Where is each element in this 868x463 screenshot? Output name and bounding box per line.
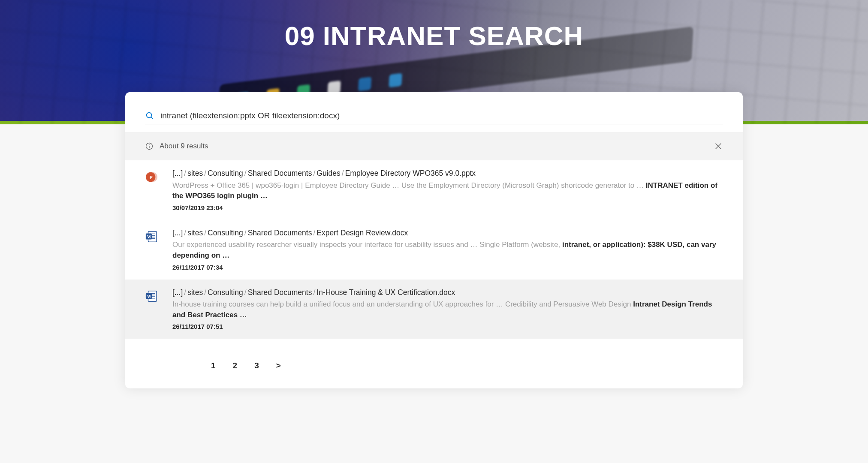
result-timestamp: 26/11/2017 07:51 [172,323,723,330]
result-snippet: WordPress + Office 365 | wpo365-login | … [172,180,723,201]
page-next[interactable]: > [276,361,281,370]
pagination: 123> [125,339,743,373]
result-filename[interactable]: Employee Directory WPO365 v9.0.pptx [345,169,476,177]
breadcrumb-segment[interactable]: sites [187,288,203,297]
powerpoint-icon: P [145,170,158,184]
search-result[interactable]: W [...]/sites/Consulting/Shared Document… [125,280,743,339]
result-timestamp: 30/07/2019 23:04 [172,204,723,211]
svg-text:W: W [147,294,152,298]
svg-line-1 [151,117,153,119]
breadcrumb: [...]/sites/Consulting/Shared Documents/… [172,228,723,238]
svg-point-4 [149,144,149,145]
info-icon [145,142,154,150]
breadcrumb-separator: / [183,288,187,297]
svg-text:P: P [149,174,153,180]
breadcrumb-separator: / [312,288,316,297]
breadcrumb-separator: / [183,169,187,177]
breadcrumb-segment[interactable]: Consulting [208,288,243,297]
breadcrumb-separator: / [183,228,187,237]
breadcrumb-segment[interactable]: Shared Documents [248,228,312,237]
breadcrumb-segment[interactable]: [...] [172,228,183,237]
breadcrumb-segment[interactable]: Shared Documents [248,288,312,297]
breadcrumb-separator: / [341,169,345,177]
result-snippet: Our experienced usability researcher vis… [172,240,723,261]
breadcrumb-separator: / [312,228,316,237]
breadcrumb-segment[interactable]: sites [187,169,203,177]
search-input[interactable] [160,109,723,122]
result-snippet: In-house training courses can help build… [172,299,723,320]
breadcrumb-segment[interactable]: Shared Documents [248,169,312,177]
word-icon: W [145,229,158,244]
page-number[interactable]: 3 [254,361,259,370]
search-card: About 9 results P [...]/sites/Consulting… [125,92,743,388]
result-filename[interactable]: Expert Design Review.docx [316,228,408,237]
page-number[interactable]: 2 [233,361,238,370]
page-title: 09 INTRANET SEARCH [0,0,868,51]
breadcrumb-separator: / [203,169,208,177]
results-summary-bar: About 9 results [125,132,743,160]
breadcrumb: [...]/sites/Consulting/Shared Documents/… [172,168,723,179]
breadcrumb-separator: / [203,228,208,237]
result-timestamp: 26/11/2017 07:34 [172,264,723,271]
svg-point-0 [147,113,152,118]
svg-text:W: W [147,235,152,239]
breadcrumb-separator: / [203,288,208,297]
result-filename[interactable]: In-House Training & UX Certification.doc… [316,288,455,297]
breadcrumb-segment[interactable]: [...] [172,288,183,297]
results-count-text: About 9 results [160,142,208,150]
search-row [145,109,723,124]
breadcrumb-segment[interactable]: [...] [172,169,183,177]
breadcrumb-segment[interactable]: Consulting [208,228,243,237]
close-icon[interactable] [714,141,723,151]
search-icon [145,111,154,120]
search-result[interactable]: W [...]/sites/Consulting/Shared Document… [125,220,743,280]
breadcrumb-separator: / [243,288,248,297]
page-number[interactable]: 1 [211,361,216,370]
breadcrumb-segment[interactable]: Guides [316,169,340,177]
breadcrumb-segment[interactable]: sites [187,228,203,237]
breadcrumb-segment[interactable]: Consulting [208,169,243,177]
breadcrumb-separator: / [243,228,248,237]
breadcrumb: [...]/sites/Consulting/Shared Documents/… [172,287,723,298]
breadcrumb-separator: / [243,169,248,177]
breadcrumb-separator: / [312,169,316,177]
word-icon: W [145,289,158,304]
search-result[interactable]: P [...]/sites/Consulting/Shared Document… [125,160,743,220]
